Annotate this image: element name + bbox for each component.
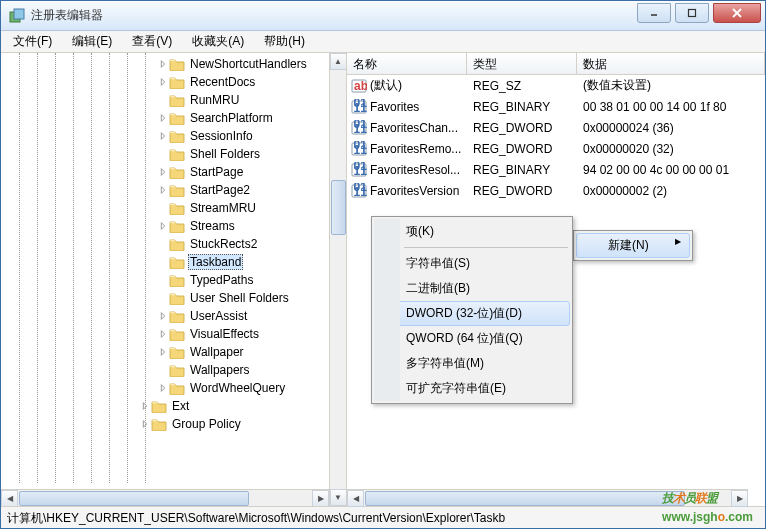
list-row[interactable]: FavoritesREG_BINARY00 38 01 00 00 14 00 …	[347, 96, 765, 117]
tree-item[interactable]: NewShortcutHandlers	[1, 55, 346, 73]
tree-item[interactable]: RecentDocs	[1, 73, 346, 91]
menu-file[interactable]: 文件(F)	[7, 31, 58, 52]
expander-icon[interactable]	[157, 364, 169, 376]
value-data: (数值未设置)	[577, 77, 765, 94]
tree-label: Shell Folders	[188, 147, 262, 161]
expander-icon[interactable]	[157, 274, 169, 286]
tree-item[interactable]: Taskband	[1, 253, 346, 271]
expander-icon[interactable]	[157, 76, 169, 88]
tree-item[interactable]: RunMRU	[1, 91, 346, 109]
tree-item[interactable]: Wallpaper	[1, 343, 346, 361]
menu-new[interactable]: 新建(N)	[576, 233, 690, 258]
tree-item[interactable]: StartPage	[1, 163, 346, 181]
expander-icon[interactable]	[157, 166, 169, 178]
tree-label: Wallpaper	[188, 345, 246, 359]
folder-icon	[169, 147, 185, 161]
tree-item[interactable]: Streams	[1, 217, 346, 235]
expander-icon[interactable]	[157, 202, 169, 214]
scroll-thumb-h[interactable]	[365, 491, 685, 506]
expander-icon[interactable]	[139, 400, 151, 412]
scroll-up-button[interactable]: ▲	[330, 53, 347, 70]
expander-icon[interactable]	[157, 310, 169, 322]
menu-qword[interactable]: QWORD (64 位)值(Q)	[374, 326, 570, 351]
expander-icon[interactable]	[157, 58, 169, 70]
value-data: 94 02 00 00 4c 00 00 00 01	[577, 163, 765, 177]
tree-label: TypedPaths	[188, 273, 255, 287]
tree-label: VisualEffects	[188, 327, 261, 341]
scroll-thumb-h[interactable]	[19, 491, 249, 506]
expander-icon[interactable]	[157, 94, 169, 106]
menu-edit[interactable]: 编辑(E)	[66, 31, 118, 52]
list-panel[interactable]: 名称 类型 数据 (默认)REG_SZ(数值未设置)FavoritesREG_B…	[347, 53, 765, 506]
value-type: REG_DWORD	[467, 121, 577, 135]
maximize-button[interactable]	[675, 3, 709, 23]
menu-key[interactable]: 项(K)	[374, 219, 570, 244]
tree-item[interactable]: StreamMRU	[1, 199, 346, 217]
scroll-down-button[interactable]: ▼	[330, 489, 347, 506]
tree-item[interactable]: Ext	[1, 397, 346, 415]
tree-item[interactable]: Shell Folders	[1, 145, 346, 163]
value-name: FavoritesVersion	[370, 184, 459, 198]
list-row[interactable]: FavoritesResol...REG_BINARY94 02 00 00 4…	[347, 159, 765, 180]
expander-icon[interactable]	[157, 292, 169, 304]
tree-scrollbar-h[interactable]: ◀ ▶	[1, 489, 329, 506]
expander-icon[interactable]	[157, 238, 169, 250]
tree-label: UserAssist	[188, 309, 249, 323]
folder-icon	[169, 165, 185, 179]
tree-item[interactable]: SearchPlatform	[1, 109, 346, 127]
tree-item[interactable]: VisualEffects	[1, 325, 346, 343]
tree-panel[interactable]: NewShortcutHandlersRecentDocsRunMRUSearc…	[1, 53, 347, 506]
list-row[interactable]: FavoritesChan...REG_DWORD0x00000024 (36)	[347, 117, 765, 138]
col-type[interactable]: 类型	[467, 53, 577, 74]
menu-expand[interactable]: 可扩充字符串值(E)	[374, 376, 570, 401]
tree-label: NewShortcutHandlers	[188, 57, 309, 71]
expander-icon[interactable]	[157, 346, 169, 358]
expander-icon[interactable]	[157, 112, 169, 124]
tree-item[interactable]: StuckRects2	[1, 235, 346, 253]
scroll-right-button[interactable]: ▶	[312, 490, 329, 507]
menu-string[interactable]: 字符串值(S)	[374, 251, 570, 276]
tree-item[interactable]: UserAssist	[1, 307, 346, 325]
titlebar[interactable]: 注册表编辑器	[1, 1, 765, 31]
expander-icon[interactable]	[157, 328, 169, 340]
list-row[interactable]: FavoritesRemo...REG_DWORD0x00000020 (32)	[347, 138, 765, 159]
tree-scrollbar-v[interactable]: ▲ ▼	[329, 53, 346, 506]
tree-label: StuckRects2	[188, 237, 259, 251]
menu-multi[interactable]: 多字符串值(M)	[374, 351, 570, 376]
folder-icon	[169, 111, 185, 125]
expander-icon[interactable]	[157, 130, 169, 142]
scroll-thumb[interactable]	[331, 180, 346, 235]
expander-icon[interactable]	[157, 220, 169, 232]
list-scrollbar-h[interactable]: ◀ ▶	[347, 489, 748, 506]
tree-label: Taskband	[188, 254, 243, 270]
menu-help[interactable]: 帮助(H)	[258, 31, 311, 52]
expander-icon[interactable]	[157, 148, 169, 160]
folder-icon	[169, 255, 185, 269]
scroll-left-button[interactable]: ◀	[347, 490, 364, 507]
menu-binary[interactable]: 二进制值(B)	[374, 276, 570, 301]
value-type: REG_BINARY	[467, 163, 577, 177]
menu-favorites[interactable]: 收藏夹(A)	[186, 31, 250, 52]
col-name[interactable]: 名称	[347, 53, 467, 74]
menu-view[interactable]: 查看(V)	[126, 31, 178, 52]
list-row[interactable]: (默认)REG_SZ(数值未设置)	[347, 75, 765, 96]
tree-item[interactable]: WordWheelQuery	[1, 379, 346, 397]
minimize-button[interactable]	[637, 3, 671, 23]
expander-icon[interactable]	[139, 418, 151, 430]
menu-dword[interactable]: DWORD (32-位)值(D)	[374, 301, 570, 326]
list-row[interactable]: FavoritesVersionREG_DWORD0x00000002 (2)	[347, 180, 765, 201]
tree-item[interactable]: Wallpapers	[1, 361, 346, 379]
expander-icon[interactable]	[157, 256, 169, 268]
col-data[interactable]: 数据	[577, 53, 765, 74]
menubar: 文件(F) 编辑(E) 查看(V) 收藏夹(A) 帮助(H)	[1, 31, 765, 53]
tree-item[interactable]: TypedPaths	[1, 271, 346, 289]
expander-icon[interactable]	[157, 184, 169, 196]
scroll-left-button[interactable]: ◀	[1, 490, 18, 507]
scroll-right-button[interactable]: ▶	[731, 490, 748, 507]
tree-item[interactable]: Group Policy	[1, 415, 346, 433]
tree-item[interactable]: SessionInfo	[1, 127, 346, 145]
tree-item[interactable]: User Shell Folders	[1, 289, 346, 307]
tree-item[interactable]: StartPage2	[1, 181, 346, 199]
expander-icon[interactable]	[157, 382, 169, 394]
close-button[interactable]	[713, 3, 761, 23]
